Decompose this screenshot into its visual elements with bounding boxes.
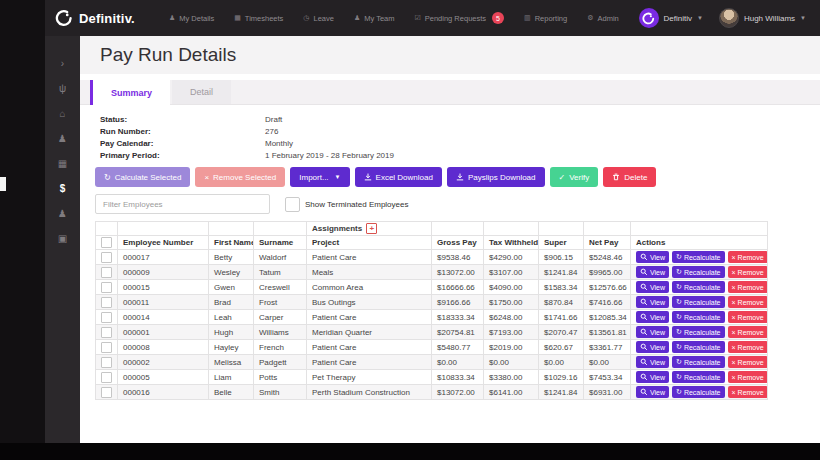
cell-tax_withheld: $1750.00 xyxy=(484,295,539,310)
brand[interactable]: Definitiv. xyxy=(55,9,135,27)
cell-actions: View↻Recalculate×Remove xyxy=(631,340,768,355)
remove-button[interactable]: ×Remove xyxy=(728,341,768,353)
remove-button[interactable]: ×Remove xyxy=(728,311,768,323)
verify-button[interactable]: ✓Verify xyxy=(550,167,599,187)
remove-button[interactable]: ×Remove xyxy=(728,386,768,398)
calculate-selected-button[interactable]: ↻Calculate Selected xyxy=(95,167,190,187)
avatar xyxy=(719,8,739,28)
recalculate-button[interactable]: ↻Recalculate xyxy=(672,281,724,293)
row-checkbox[interactable] xyxy=(101,312,112,323)
row-checkbox[interactable] xyxy=(101,342,112,353)
remove-button[interactable]: ×Remove xyxy=(728,326,768,338)
recalculate-button[interactable]: ↻Recalculate xyxy=(672,386,724,398)
cell-project: Pet Therapy xyxy=(307,370,432,385)
search-icon xyxy=(640,373,648,381)
cell-surname: Potts xyxy=(254,370,307,385)
tab-detail[interactable]: Detail xyxy=(172,80,231,104)
recalculate-button[interactable]: ↻Recalculate xyxy=(672,296,724,308)
remove-selected-button[interactable]: ×Remove Selected xyxy=(195,167,285,187)
row-checkbox[interactable] xyxy=(101,327,112,338)
view-button[interactable]: View xyxy=(636,266,669,278)
column-header-surname: Surname xyxy=(254,236,307,250)
view-button[interactable]: View xyxy=(636,311,669,323)
excel-download-button[interactable]: Excel Download xyxy=(355,167,442,187)
view-button[interactable]: View xyxy=(636,386,669,398)
recalculate-button[interactable]: ↻Recalculate xyxy=(672,311,724,323)
cell-project: Meals xyxy=(307,265,432,280)
payslips-download-button[interactable]: Payslips Download xyxy=(447,167,545,187)
x-icon: × xyxy=(732,254,736,261)
view-button[interactable]: View xyxy=(636,371,669,383)
row-checkbox[interactable] xyxy=(101,357,112,368)
cell-employee_number: 000011 xyxy=(118,295,209,310)
view-button[interactable]: View xyxy=(636,251,669,263)
view-button[interactable]: View xyxy=(636,356,669,368)
remove-button[interactable]: ×Remove xyxy=(728,251,768,263)
row-checkbox[interactable] xyxy=(101,252,112,263)
row-checkbox[interactable] xyxy=(101,387,112,398)
chevron-down-icon: ▼ xyxy=(800,15,806,21)
sidebar-item-clipboard-icon[interactable]: ▣ xyxy=(53,233,73,245)
import-button[interactable]: Import...▼ xyxy=(290,167,349,187)
cell-first_name: Hugh xyxy=(209,325,254,340)
cell-project: Meridian Quarter xyxy=(307,325,432,340)
sidebar-item-chevron-right-icon[interactable]: › xyxy=(53,58,73,70)
column-header-tax-withheld: Tax Withheld xyxy=(484,236,539,250)
view-button[interactable]: View xyxy=(636,326,669,338)
recalculate-button[interactable]: ↻Recalculate xyxy=(672,356,724,368)
cell-actions: View↻Recalculate×Remove xyxy=(631,370,768,385)
view-button[interactable]: View xyxy=(636,296,669,308)
remove-button[interactable]: ×Remove xyxy=(728,281,768,293)
team-icon: ♟ xyxy=(354,14,360,22)
column-header-employee-number: Employee Number xyxy=(118,236,209,250)
recalculate-button[interactable]: ↻Recalculate xyxy=(672,266,724,278)
search-icon xyxy=(640,343,648,351)
nav-item-timesheets[interactable]: ▦Timesheets xyxy=(234,14,283,23)
sidebar-item-employee-icon[interactable]: ♟ xyxy=(53,133,73,145)
recalculate-button[interactable]: ↻Recalculate xyxy=(672,326,724,338)
user-menu[interactable]: Hugh Williams ▼ xyxy=(719,8,806,28)
delete-button[interactable]: Delete xyxy=(603,167,656,187)
nav-item-my-details[interactable]: ♟My Details xyxy=(169,14,214,23)
view-button[interactable]: View xyxy=(636,341,669,353)
table-row: 000009WesleyTatumMeals$13072.00$3107.00$… xyxy=(96,265,768,280)
sidebar-item-org-chart-icon[interactable]: ψ xyxy=(53,83,73,95)
bottom-bar xyxy=(0,443,820,460)
user-icon: ♟ xyxy=(169,14,175,22)
recalculate-button[interactable]: ↻Recalculate xyxy=(672,341,724,353)
row-checkbox[interactable] xyxy=(101,282,112,293)
tab-summary[interactable]: Summary xyxy=(90,80,170,105)
nav-item-pending-requests[interactable]: ☑Pending Requests5 xyxy=(414,12,504,24)
sidebar-item-person-icon[interactable]: ♟ xyxy=(53,208,73,220)
org-menu[interactable]: Definitiv ▼ xyxy=(639,8,703,28)
show-terminated-checkbox[interactable] xyxy=(285,197,300,212)
row-checkbox[interactable] xyxy=(101,267,112,278)
filter-employees-input[interactable] xyxy=(95,194,270,214)
filter-row: Show Terminated Employees xyxy=(80,194,820,214)
nav-item-admin[interactable]: ⚙Admin xyxy=(587,14,619,23)
cell-first_name: Leah xyxy=(209,310,254,325)
remove-button[interactable]: ×Remove xyxy=(728,266,768,278)
row-checkbox[interactable] xyxy=(101,297,112,308)
add-assignment-column-icon[interactable]: + xyxy=(366,223,377,234)
cell-first_name: Belle xyxy=(209,385,254,400)
remove-button[interactable]: ×Remove xyxy=(728,356,768,368)
select-all-checkbox[interactable] xyxy=(101,237,112,248)
nav-item-reporting[interactable]: ▥Reporting xyxy=(524,14,567,23)
table-row: 000002MelissaPadgettPatient Care$0.00$0.… xyxy=(96,355,768,370)
refresh-icon: ↻ xyxy=(676,313,682,321)
search-icon xyxy=(640,268,648,276)
nav-item-my-team[interactable]: ♟My Team xyxy=(354,14,395,23)
row-checkbox[interactable] xyxy=(101,372,112,383)
recalculate-button[interactable]: ↻Recalculate xyxy=(672,251,724,263)
cell-tax_withheld: $4090.00 xyxy=(484,280,539,295)
view-button[interactable]: View xyxy=(636,281,669,293)
nav-item-leave[interactable]: ◷Leave xyxy=(303,14,334,23)
sidebar-item-home-icon[interactable]: ⌂ xyxy=(53,108,73,120)
remove-button[interactable]: ×Remove xyxy=(728,296,768,308)
sidebar-item-calendar-icon[interactable]: ▦ xyxy=(53,158,73,170)
sidebar-item-payroll-icon[interactable]: $ xyxy=(53,183,73,195)
org-logo-icon xyxy=(639,8,659,28)
recalculate-button[interactable]: ↻Recalculate xyxy=(672,371,724,383)
remove-button[interactable]: ×Remove xyxy=(728,371,768,383)
